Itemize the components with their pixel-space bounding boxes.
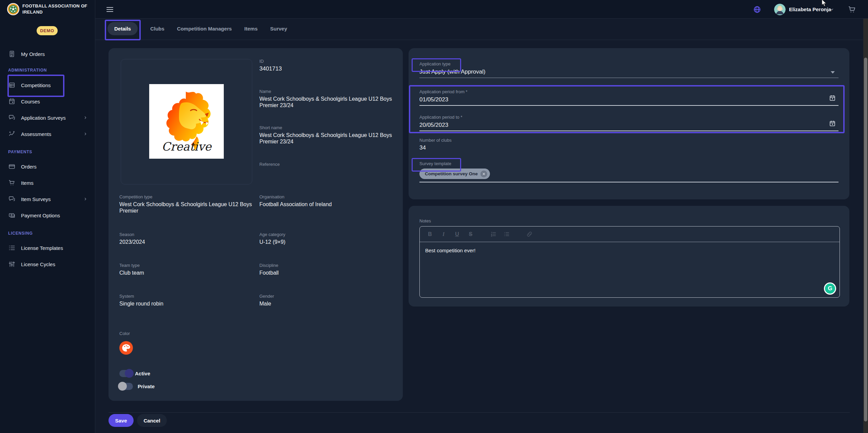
survey-template-chip[interactable]: Competition survey One	[419, 169, 490, 179]
sidebar-item-license-cycles[interactable]: License Cycles	[0, 256, 95, 272]
private-toggle-label: Private	[138, 383, 155, 390]
calendar-picker-icon[interactable]	[829, 94, 836, 102]
dropdown-arrow-icon[interactable]	[831, 71, 835, 74]
section-header-payments: PAYMENTS	[8, 150, 32, 154]
top-header	[0, 0, 868, 19]
org-title-line1: FOOTBALL ASSOCIATION OF	[22, 3, 87, 9]
bullet-list-icon[interactable]	[504, 231, 510, 237]
system-label: System	[119, 294, 134, 299]
reference-label: Reference	[259, 162, 280, 167]
ordered-list-icon[interactable]	[490, 231, 497, 237]
application-type-value[interactable]: Just Apply (with Approval)	[419, 68, 486, 75]
private-toggle[interactable]	[119, 383, 133, 390]
chip-remove-icon[interactable]	[480, 171, 487, 177]
survey-template-underline	[419, 182, 839, 182]
table-icon	[8, 81, 16, 89]
cancel-button[interactable]: Cancel	[137, 414, 167, 427]
chat-bubbles-icon	[8, 114, 16, 121]
grammarly-icon[interactable]: G	[824, 282, 836, 295]
sidebar-item-payment-options[interactable]: Payment Options	[0, 207, 95, 223]
age-category-label: Age category	[259, 232, 285, 237]
section-header-licensing: LICENSING	[8, 231, 33, 236]
survey-template-chip-label: Competition survey One	[425, 171, 478, 176]
calendar-icon	[8, 98, 16, 105]
sidebar-item-item-surveys[interactable]: Item Surveys	[0, 191, 95, 207]
tabbar-divider	[95, 40, 863, 40]
notes-editor[interactable]: B I U S Best competition ever! G	[419, 226, 840, 298]
age-category-value: U-12 (9×9)	[259, 239, 285, 245]
tab-details[interactable]: Details	[107, 22, 138, 35]
sidebar-item-application-surveys[interactable]: Application Surveys	[0, 110, 95, 126]
number-of-clubs-label: Number of clubs	[419, 138, 452, 143]
color-label: Color	[119, 331, 130, 336]
demo-badge: DEMO	[37, 26, 58, 35]
section-header-administration: ADMINISTRATION	[8, 68, 47, 73]
tab-survey[interactable]: Survey	[270, 26, 287, 32]
season-label: Season	[119, 232, 134, 237]
chevron-right-icon	[83, 116, 87, 120]
hamburger-menu-icon[interactable]	[106, 7, 113, 12]
image-caption: Creative	[162, 140, 212, 153]
bold-button[interactable]: B	[427, 231, 433, 237]
avatar[interactable]	[774, 4, 786, 15]
period-to-label: Application period to *	[419, 115, 462, 120]
team-type-value: Club team	[119, 270, 144, 276]
list-icon	[8, 244, 16, 252]
globe-icon[interactable]	[753, 5, 761, 14]
footer-divider	[108, 412, 850, 413]
strikethrough-button[interactable]: S	[467, 231, 474, 237]
sidebar-item-label: License Templates	[21, 245, 63, 251]
cart-icon[interactable]	[848, 5, 856, 14]
chevron-right-icon	[83, 197, 87, 201]
notes-label: Notes	[419, 218, 431, 223]
sidebar-item-label: Items	[21, 180, 34, 186]
period-from-underline	[419, 105, 839, 106]
sidebar-item-assessments[interactable]: Assessments	[0, 126, 95, 142]
chat-bubbles-icon	[8, 195, 16, 203]
active-toggle-label: Active	[135, 370, 150, 377]
sidebar-item-my-orders[interactable]: My Orders	[0, 46, 95, 62]
underline-button[interactable]: U	[454, 231, 460, 237]
link-icon[interactable]	[526, 231, 533, 237]
active-toggle[interactable]	[119, 370, 133, 377]
save-button[interactable]: Save	[108, 414, 134, 427]
italic-button[interactable]: I	[440, 231, 447, 237]
gender-label: Gender	[259, 294, 274, 299]
user-name[interactable]: Elizabeta Peronja	[789, 6, 831, 12]
sliders-icon	[8, 260, 16, 268]
sidebar-item-items[interactable]: Items	[0, 175, 95, 191]
sidebar-item-courses[interactable]: Courses	[0, 93, 95, 110]
period-from-label: Application period from *	[419, 89, 468, 94]
chevron-right-icon	[83, 132, 87, 136]
tab-clubs[interactable]: Clubs	[150, 26, 164, 32]
sidebar-item-label: Application Surveys	[21, 115, 66, 121]
tab-bar: Details Clubs Competition Managers Items…	[107, 22, 287, 35]
application-type-underline	[419, 78, 839, 78]
cart-icon	[8, 179, 16, 186]
season-value: 2023/2024	[119, 239, 145, 245]
competition-type-label: Competition type	[119, 194, 153, 199]
notes-content[interactable]: Best competition ever!	[420, 242, 840, 259]
period-from-value[interactable]: 01/05/2023	[419, 96, 448, 103]
competition-type-value: West Cork Schoolboys & Schoolgirls Leagu…	[119, 201, 257, 214]
chevron-down-icon[interactable]	[829, 7, 834, 12]
scrollbar-thumb[interactable]	[864, 58, 867, 421]
color-picker-button[interactable]	[119, 341, 133, 355]
sidebar-item-competitions[interactable]: Competitions	[0, 77, 95, 93]
survey-template-label: Survey template	[419, 161, 451, 166]
sidebar-item-label: Assessments	[21, 131, 51, 137]
sidebar-item-label: License Cycles	[21, 261, 55, 267]
period-to-underline	[419, 131, 839, 131]
tab-competition-managers[interactable]: Competition Managers	[177, 26, 232, 32]
calendar-picker-icon[interactable]	[829, 119, 836, 127]
sidebar-item-orders[interactable]: Orders	[0, 158, 95, 175]
credit-card-icon	[8, 163, 16, 170]
active-toggle-knob[interactable]	[125, 369, 134, 378]
app-window: FOOTBALL ASSOCIATION OF IRELAND Elizabet…	[0, 0, 868, 433]
organisation-label: Organisation	[259, 194, 284, 199]
sidebar-item-license-templates[interactable]: License Templates	[0, 240, 95, 256]
team-type-label: Team type	[119, 263, 140, 268]
private-toggle-knob[interactable]	[118, 382, 127, 391]
period-to-value[interactable]: 20/05/2023	[419, 122, 448, 129]
tab-items[interactable]: Items	[244, 26, 258, 32]
